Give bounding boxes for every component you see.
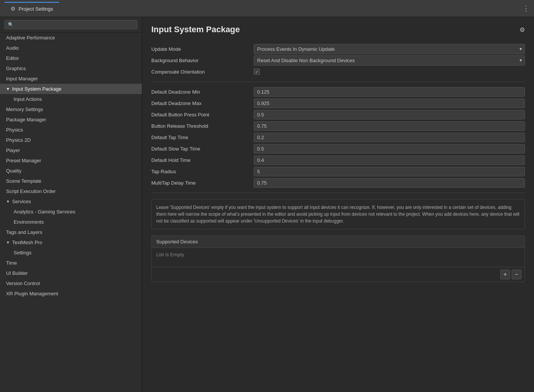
divider-after-orientation [151, 82, 525, 82]
sidebar-item-label: Graphics [6, 66, 26, 71]
sidebar-item-script-execution-order[interactable]: Script Execution Order [0, 186, 142, 196]
checkbox-compensate-orientation[interactable]: ✓ [254, 69, 260, 75]
page-title: Input System Package [151, 25, 240, 34]
settings-gear-icon[interactable]: ⚙ [520, 26, 525, 33]
number-input-multitap-delay-time[interactable] [254, 178, 525, 188]
setting-label-update-mode: Update Mode [151, 46, 254, 52]
checkmark-icon: ✓ [255, 69, 259, 74]
setting-value-default-deadzone-max [254, 99, 525, 108]
sidebar-item-services[interactable]: ▼Services [0, 196, 142, 207]
setting-value-default-slow-tap-time [254, 144, 525, 154]
sidebar-item-tags-and-layers[interactable]: Tags and Layers [0, 227, 142, 237]
number-input-tap-radius[interactable] [254, 167, 525, 176]
sidebar-item-label: Input System Package [12, 86, 61, 92]
arrow-icon: ▼ [6, 240, 10, 245]
setting-value-default-button-press-point [254, 110, 525, 119]
sidebar-item-input-actions[interactable]: Input Actions [0, 94, 142, 104]
setting-row-compensate-orientation: Compensate Orientation✓ [151, 66, 525, 77]
sidebar-item-analytics-gaming[interactable]: Analytics - Gaming Services [0, 207, 142, 217]
empty-list-label: List is Empty [156, 252, 184, 257]
sidebar-item-audio[interactable]: Audio [0, 43, 142, 53]
setting-label-tap-radius: Tap Radius [151, 169, 254, 174]
setting-row-tap-radius: Tap Radius [151, 166, 525, 177]
sidebar-item-label: Physics [6, 127, 23, 133]
sidebar-item-label: Package Manager [6, 117, 46, 122]
setting-row-background-behavior: Background BehaviorReset And Disable Non… [151, 55, 525, 66]
title-bar-tab[interactable]: ⚙ Project Settings [5, 2, 59, 15]
search-input[interactable] [5, 20, 137, 29]
sidebar-item-label: Analytics - Gaming Services [14, 209, 75, 215]
number-input-button-release-threshold[interactable] [254, 121, 525, 131]
divider [151, 193, 525, 193]
sidebar-items-container: Adaptive PerformanceAudioEditorGraphicsI… [0, 33, 142, 299]
sidebar-item-physics-2d[interactable]: Physics 2D [0, 135, 142, 145]
setting-row-update-mode: Update ModeProcess Events In Dynamic Upd… [151, 44, 525, 54]
dropdown-background-behavior[interactable]: Reset And Disable Non Background Devices… [254, 55, 525, 66]
setting-label-default-deadzone-min: Default Deadzone Min [151, 89, 254, 95]
setting-label-button-release-threshold: Button Release Threshold [151, 123, 254, 129]
number-input-default-button-press-point[interactable] [254, 110, 525, 119]
dropdown-update-mode[interactable]: Process Events In Dynamic UpdateProcess … [254, 44, 525, 54]
arrow-icon: ▼ [6, 87, 10, 91]
sidebar-item-graphics[interactable]: Graphics [0, 63, 142, 74]
content-header: Input System Package ⚙ [151, 25, 525, 34]
sidebar-item-label: Input Actions [14, 96, 42, 102]
setting-value-multitap-delay-time [254, 178, 525, 188]
setting-value-background-behavior: Reset And Disable Non Background Devices… [254, 55, 525, 66]
sidebar-item-physics[interactable]: Physics [0, 125, 142, 135]
sidebar-item-version-control[interactable]: Version Control [0, 278, 142, 289]
sidebar-item-textmesh-pro[interactable]: ▼TextMesh Pro [0, 237, 142, 248]
number-input-default-slow-tap-time[interactable] [254, 144, 525, 154]
sidebar-item-package-manager[interactable]: Package Manager [0, 114, 142, 125]
setting-row-default-deadzone-max: Default Deadzone Max [151, 98, 525, 108]
sidebar-item-preset-manager[interactable]: Preset Manager [0, 155, 142, 166]
setting-label-background-behavior: Background Behavior [151, 58, 254, 63]
number-input-default-hold-time[interactable] [254, 155, 525, 165]
sidebar-item-environments[interactable]: Environments [0, 217, 142, 227]
sidebar-item-label: Editor [6, 55, 19, 61]
sidebar-item-ui-builder[interactable]: UI Builder [0, 268, 142, 278]
setting-value-default-tap-time [254, 133, 525, 142]
sidebar-item-label: Time [6, 260, 17, 266]
supported-devices-footer: + − [152, 267, 525, 282]
sidebar-item-label: Services [12, 199, 31, 204]
sidebar-item-editor[interactable]: Editor [0, 53, 142, 63]
setting-row-default-slow-tap-time: Default Slow Tap Time [151, 143, 525, 154]
menu-button[interactable]: ⋮ [523, 4, 529, 13]
sidebar-item-label: Audio [6, 45, 19, 51]
number-input-default-deadzone-max[interactable] [254, 99, 525, 108]
setting-row-default-deadzone-min: Default Deadzone Min [151, 86, 525, 97]
sidebar-item-time[interactable]: Time [0, 258, 142, 268]
sidebar-item-label: Settings [14, 250, 31, 256]
setting-value-default-hold-time [254, 155, 525, 165]
add-device-button[interactable]: + [500, 270, 510, 279]
sidebar-item-quality[interactable]: Quality [0, 166, 142, 176]
arrow-icon: ▼ [6, 199, 10, 204]
sidebar-item-input-manager[interactable]: Input Manager [0, 74, 142, 84]
sidebar-item-label: TextMesh Pro [12, 240, 42, 245]
sidebar-item-memory-settings[interactable]: Memory Settings [0, 104, 142, 114]
info-box: Leave 'Supported Devices' empty if you w… [151, 199, 525, 229]
sidebar-item-label: Script Execution Order [6, 188, 56, 194]
sidebar-item-label: Memory Settings [6, 107, 43, 112]
sidebar-item-xr-plugin-management[interactable]: XR Plugin Management [0, 289, 142, 299]
setting-label-default-button-press-point: Default Button Press Point [151, 112, 254, 118]
setting-row-default-tap-time: Default Tap Time [151, 132, 525, 143]
checkbox-wrapper-compensate-orientation: ✓ [254, 69, 525, 75]
supported-devices-header: Supported Devices [152, 236, 525, 248]
sidebar-item-adaptive-performance[interactable]: Adaptive Performance [0, 33, 142, 43]
main-container: Adaptive PerformanceAudioEditorGraphicsI… [0, 17, 534, 392]
setting-row-button-release-threshold: Button Release Threshold [151, 121, 525, 131]
number-input-default-tap-time[interactable] [254, 133, 525, 142]
remove-device-button[interactable]: − [512, 270, 521, 279]
sidebar-item-textmesh-settings[interactable]: Settings [0, 248, 142, 258]
gear-icon: ⚙ [11, 6, 16, 12]
number-input-default-deadzone-min[interactable] [254, 87, 525, 97]
sidebar-item-scene-template[interactable]: Scene Template [0, 176, 142, 186]
setting-label-multitap-delay-time: MultiTap Delay Time [151, 180, 254, 186]
sidebar-item-label: Adaptive Performance [6, 35, 55, 41]
sidebar-item-input-system-package[interactable]: ▼Input System Package [0, 84, 142, 94]
sidebar-item-player[interactable]: Player [0, 145, 142, 155]
setting-value-update-mode: Process Events In Dynamic UpdateProcess … [254, 44, 525, 54]
sidebar-item-label: UI Builder [6, 270, 28, 276]
